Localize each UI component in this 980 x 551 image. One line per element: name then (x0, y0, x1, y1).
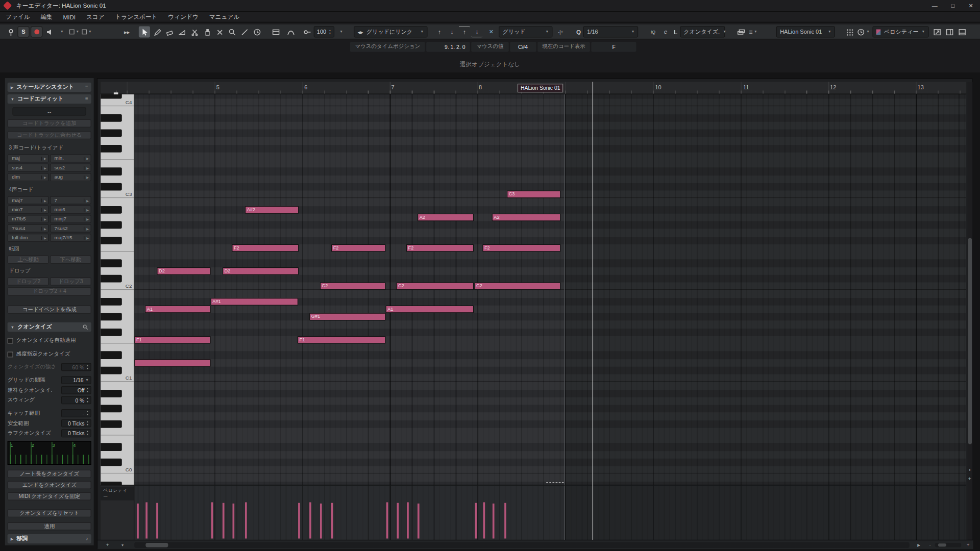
auto-scroll-icon[interactable]: ▶▶ (121, 26, 133, 37)
iterative-quantize-icon[interactable]: iQ (648, 26, 659, 37)
midi-note[interactable]: A2 (492, 213, 561, 221)
create-chord-event-button[interactable]: コードイベントを作成 (8, 306, 91, 314)
chord-button[interactable]: 7sus2▶ (50, 224, 91, 233)
midi-note[interactable]: C2 (396, 282, 474, 290)
chord-button[interactable]: min.▶ (50, 154, 91, 162)
midi-note[interactable]: F2 (406, 244, 474, 252)
quantize-row-value[interactable]: Off▲▼ (61, 386, 91, 394)
black-key[interactable] (101, 144, 122, 152)
acoustic-feedback-icon[interactable] (44, 26, 55, 37)
chord-button[interactable]: maj▶ (8, 154, 49, 162)
velocity-lane[interactable] (134, 485, 966, 540)
stepper-icons[interactable]: ▲▼ (329, 29, 331, 35)
midi-note[interactable]: F1 (298, 336, 386, 343)
velocity-bar[interactable] (483, 502, 485, 538)
menu-item[interactable]: 編集 (40, 13, 52, 21)
x-icon[interactable]: ✕ (485, 26, 497, 37)
quantize-button[interactable]: クオンタイズをリセット (8, 509, 91, 517)
quantize-row-value[interactable]: 0 Ticks▲▼ (61, 429, 91, 437)
length-quantize-select[interactable]: クオンタイズ. ▼ (680, 26, 725, 37)
line-tool-icon[interactable] (239, 26, 250, 37)
quantize-row-value[interactable]: 0 %▲▼ (61, 396, 91, 404)
midi-note[interactable]: D2 (223, 267, 299, 274)
split-tool-icon[interactable] (189, 26, 200, 37)
chord-button[interactable]: minj7▶ (50, 215, 91, 223)
horizontal-zoom-in-icon[interactable]: + (963, 540, 973, 549)
chord-button[interactable]: maj7/#5▶ (50, 234, 91, 242)
quantize-button[interactable]: 適用 (8, 522, 91, 531)
chord-button[interactable]: min7▶ (8, 206, 49, 214)
midi-note[interactable]: F2 (232, 244, 299, 252)
clock-icon[interactable]: ▼ (856, 26, 870, 37)
black-key[interactable] (101, 274, 122, 282)
velocity-bar[interactable] (245, 502, 247, 538)
black-key[interactable] (101, 366, 122, 374)
chord-button[interactable]: aug▶ (50, 173, 91, 181)
auto-apply-checkbox[interactable] (8, 338, 13, 343)
velocity-bar[interactable] (386, 502, 388, 538)
erase-tool-icon[interactable] (164, 26, 175, 37)
chord-button[interactable]: sus2▶ (50, 164, 91, 172)
quantize-button[interactable]: ノート長をクオンタイズ (8, 470, 91, 478)
note-grid[interactable]: C3A#2A2A2F2F2F2F2D2D2C2C2C2A#1A1A1G#1F1F… (134, 94, 966, 485)
black-key[interactable] (101, 481, 122, 485)
toolbar-setup-caret[interactable]: ▼ (56, 26, 67, 37)
black-key[interactable] (101, 221, 122, 229)
velocity-bar[interactable] (475, 503, 477, 539)
horizontal-zoom-out-icon[interactable]: - (925, 540, 935, 549)
menu-item[interactable]: マニュアル (209, 13, 240, 21)
part-edit-mode-icon[interactable] (270, 26, 281, 37)
black-key[interactable] (101, 351, 122, 359)
move-up-octave-icon[interactable]: ↑ (459, 26, 470, 37)
section-quantize[interactable]: ▼ クオンタイズ (8, 322, 91, 332)
velocity-bar[interactable] (493, 504, 495, 539)
menu-item[interactable]: ファイル (6, 13, 30, 21)
black-key[interactable] (101, 443, 122, 450)
midi-note[interactable]: A#2 (245, 206, 299, 213)
part-layers-icon[interactable] (735, 26, 746, 37)
black-key[interactable] (101, 236, 122, 244)
midi-note[interactable] (134, 359, 210, 366)
controller-curve-icon[interactable] (285, 26, 296, 37)
quantize-button[interactable]: MIDI クオンタイズを固定 (8, 492, 91, 500)
solo-button[interactable]: S (17, 26, 29, 37)
midi-note[interactable]: F1 (134, 336, 210, 343)
midi-note[interactable]: C2 (320, 282, 386, 290)
time-warp-tool-icon[interactable] (251, 26, 262, 37)
grid-plus-minus-icon[interactable]: -|+ (555, 26, 566, 37)
timeline-ruler[interactable]: HALion Sonic 01 567810111213 (101, 82, 966, 94)
black-key[interactable] (101, 389, 122, 397)
link-to-grid-select[interactable]: ◀▶ グリッドにリンク ▼ (354, 26, 427, 37)
drop-button[interactable]: ドロップ2 (8, 278, 49, 286)
zoom-preset-plus-icon[interactable]: + (103, 540, 113, 549)
trim-tool-icon[interactable] (176, 26, 187, 37)
close-button[interactable]: ✕ (962, 0, 980, 11)
window-zones-icon[interactable]: ▼ (81, 26, 92, 37)
inversion-button[interactable]: 上へ移動 (8, 256, 49, 264)
chord-button[interactable]: m7/b5▶ (8, 215, 49, 223)
black-key[interactable] (101, 313, 122, 320)
zoom-slider-thumb[interactable] (938, 543, 946, 546)
scroll-right-icon[interactable]: ▶ (914, 540, 924, 549)
move-down-icon[interactable]: ↓ (446, 26, 457, 37)
midi-note[interactable]: A1 (386, 305, 474, 313)
black-key[interactable] (101, 129, 122, 137)
velocity-bar[interactable] (211, 502, 213, 538)
vertical-zoom-in-icon[interactable]: + (966, 475, 973, 482)
workspace-icon[interactable]: ▼ (69, 26, 80, 37)
black-key[interactable] (101, 328, 122, 336)
controller-lane-header[interactable]: ベロシティー (101, 485, 134, 540)
chord-button[interactable]: 7▶ (50, 196, 91, 204)
inversion-button[interactable]: 下へ移動 (50, 256, 91, 264)
black-key[interactable] (101, 206, 122, 213)
black-key[interactable] (101, 167, 122, 175)
track-list-icon[interactable]: ≡▼ (747, 26, 758, 37)
velocity-bar[interactable] (223, 503, 225, 539)
chord-button[interactable]: min6▶ (50, 206, 91, 214)
velocity-bar[interactable] (407, 502, 409, 538)
midi-input-icon[interactable] (301, 26, 312, 37)
velocity-options-caret[interactable]: ▼ (336, 26, 347, 37)
chord-button[interactable]: sus4▶ (8, 164, 49, 172)
grid-dots-icon[interactable] (844, 26, 855, 37)
chord-button[interactable]: dim▶ (8, 173, 49, 181)
